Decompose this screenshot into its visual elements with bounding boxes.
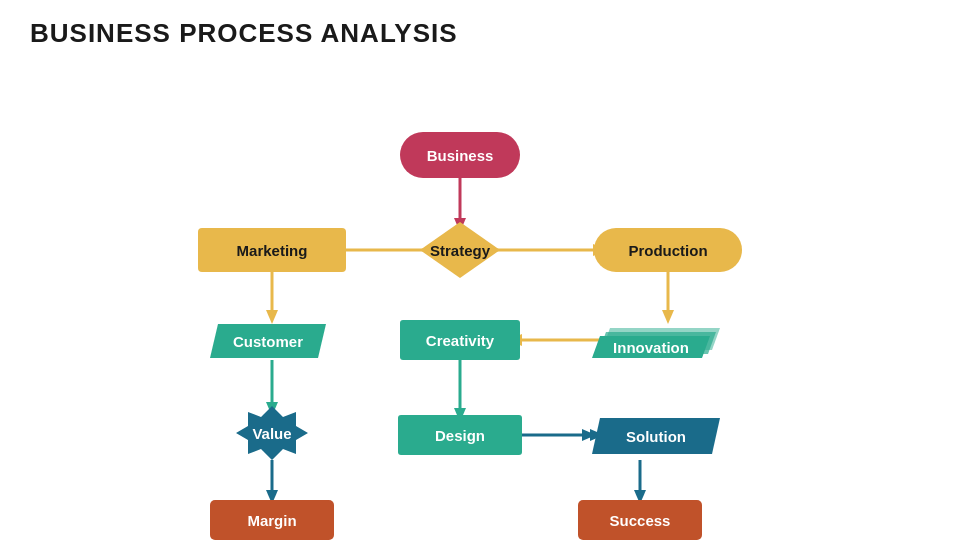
value-label: Value — [252, 425, 291, 442]
marketing-label: Marketing — [237, 242, 308, 259]
svg-marker-9 — [662, 310, 674, 324]
innovation-label: Innovation — [613, 339, 689, 356]
strategy-label: Strategy — [430, 242, 491, 259]
design-label: Design — [435, 427, 485, 444]
customer-label: Customer — [233, 333, 303, 350]
diagram: Business Strategy Marketing Production C… — [0, 60, 960, 540]
success-label: Success — [610, 512, 671, 529]
svg-marker-7 — [266, 310, 278, 324]
business-label: Business — [427, 147, 494, 164]
solution-label: Solution — [626, 428, 686, 445]
page-title: BUSINESS PROCESS ANALYSIS — [30, 18, 458, 49]
production-label: Production — [628, 242, 707, 259]
margin-label: Margin — [247, 512, 296, 529]
creativity-label: Creativity — [426, 332, 495, 349]
